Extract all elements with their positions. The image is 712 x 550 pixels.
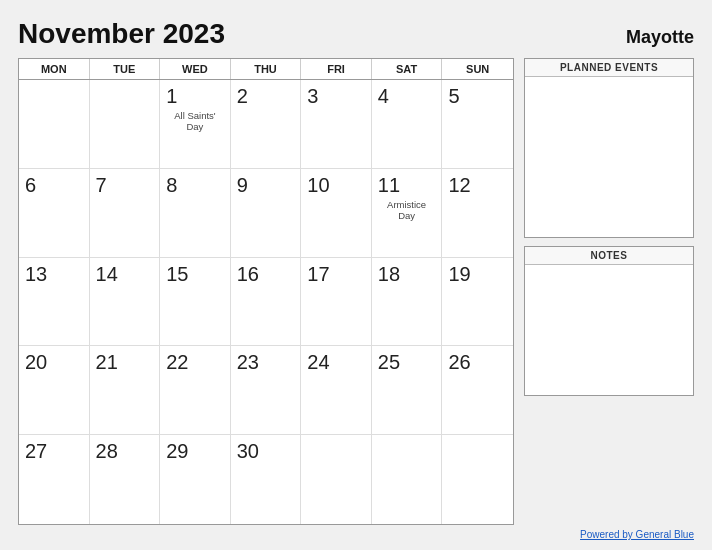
day-number: 29	[166, 439, 188, 463]
calendar-cell: 20	[19, 346, 90, 435]
calendar-cell: 12	[442, 169, 513, 258]
calendar-cell: 28	[90, 435, 161, 524]
sidebar: PLANNED EVENTS NOTES	[524, 58, 694, 525]
main-area: MON TUE WED THU FRI SAT SUN 1All Saints'…	[18, 58, 694, 525]
day-number: 18	[378, 262, 400, 286]
day-number: 2	[237, 84, 248, 108]
planned-events-panel: PLANNED EVENTS	[524, 58, 694, 238]
footer: Powered by General Blue	[18, 529, 694, 540]
calendar-cell: 16	[231, 258, 302, 347]
day-number: 30	[237, 439, 259, 463]
day-number: 22	[166, 350, 188, 374]
day-number: 7	[96, 173, 107, 197]
day-header-sat: SAT	[372, 59, 443, 79]
calendar: MON TUE WED THU FRI SAT SUN 1All Saints'…	[18, 58, 514, 525]
day-number: 4	[378, 84, 389, 108]
calendar-cell: 8	[160, 169, 231, 258]
header: November 2023 Mayotte	[18, 18, 694, 50]
calendar-cell: 9	[231, 169, 302, 258]
calendar-cell: 19	[442, 258, 513, 347]
calendar-cell: 21	[90, 346, 161, 435]
calendar-header-row: MON TUE WED THU FRI SAT SUN	[19, 59, 513, 80]
calendar-cell: 10	[301, 169, 372, 258]
notes-title: NOTES	[525, 247, 693, 265]
day-number: 26	[448, 350, 470, 374]
day-number: 10	[307, 173, 329, 197]
calendar-cell: 5	[442, 80, 513, 169]
calendar-cell: 7	[90, 169, 161, 258]
calendar-cell	[90, 80, 161, 169]
day-number: 12	[448, 173, 470, 197]
day-header-thu: THU	[231, 59, 302, 79]
day-number: 27	[25, 439, 47, 463]
day-number: 28	[96, 439, 118, 463]
calendar-cell: 3	[301, 80, 372, 169]
calendar-cell: 22	[160, 346, 231, 435]
day-number: 8	[166, 173, 177, 197]
day-header-fri: FRI	[301, 59, 372, 79]
day-number: 23	[237, 350, 259, 374]
day-event: All Saints' Day	[166, 110, 224, 132]
powered-by-link[interactable]: Powered by General Blue	[580, 529, 694, 540]
calendar-cell: 17	[301, 258, 372, 347]
page-title: November 2023	[18, 18, 225, 50]
calendar-cell	[301, 435, 372, 524]
calendar-cell: 1All Saints' Day	[160, 80, 231, 169]
day-number: 14	[96, 262, 118, 286]
calendar-cell: 2	[231, 80, 302, 169]
calendar-cell: 24	[301, 346, 372, 435]
day-number: 20	[25, 350, 47, 374]
day-header-sun: SUN	[442, 59, 513, 79]
calendar-cell	[372, 435, 443, 524]
region-label: Mayotte	[626, 27, 694, 48]
day-number: 13	[25, 262, 47, 286]
calendar-cell: 27	[19, 435, 90, 524]
day-number: 9	[237, 173, 248, 197]
calendar-cell: 18	[372, 258, 443, 347]
day-number: 21	[96, 350, 118, 374]
calendar-cell: 30	[231, 435, 302, 524]
calendar-cell: 13	[19, 258, 90, 347]
calendar-body: 1All Saints' Day234567891011Armistice Da…	[19, 80, 513, 524]
calendar-cell: 15	[160, 258, 231, 347]
day-number: 15	[166, 262, 188, 286]
calendar-cell	[442, 435, 513, 524]
notes-body	[525, 265, 693, 395]
day-header-mon: MON	[19, 59, 90, 79]
planned-events-body	[525, 77, 693, 237]
day-header-tue: TUE	[90, 59, 161, 79]
day-number: 17	[307, 262, 329, 286]
calendar-cell: 14	[90, 258, 161, 347]
day-number: 16	[237, 262, 259, 286]
calendar-cell: 4	[372, 80, 443, 169]
day-number: 6	[25, 173, 36, 197]
day-number: 5	[448, 84, 459, 108]
day-number: 11	[378, 173, 400, 197]
calendar-cell: 29	[160, 435, 231, 524]
notes-panel: NOTES	[524, 246, 694, 396]
day-number: 24	[307, 350, 329, 374]
page: November 2023 Mayotte MON TUE WED THU FR…	[0, 0, 712, 550]
calendar-cell	[19, 80, 90, 169]
day-number: 3	[307, 84, 318, 108]
calendar-cell: 25	[372, 346, 443, 435]
planned-events-title: PLANNED EVENTS	[525, 59, 693, 77]
day-number: 19	[448, 262, 470, 286]
day-event: Armistice Day	[378, 199, 436, 221]
calendar-cell: 26	[442, 346, 513, 435]
calendar-cell: 11Armistice Day	[372, 169, 443, 258]
calendar-cell: 6	[19, 169, 90, 258]
day-number: 1	[166, 84, 177, 108]
day-number: 25	[378, 350, 400, 374]
day-header-wed: WED	[160, 59, 231, 79]
calendar-cell: 23	[231, 346, 302, 435]
